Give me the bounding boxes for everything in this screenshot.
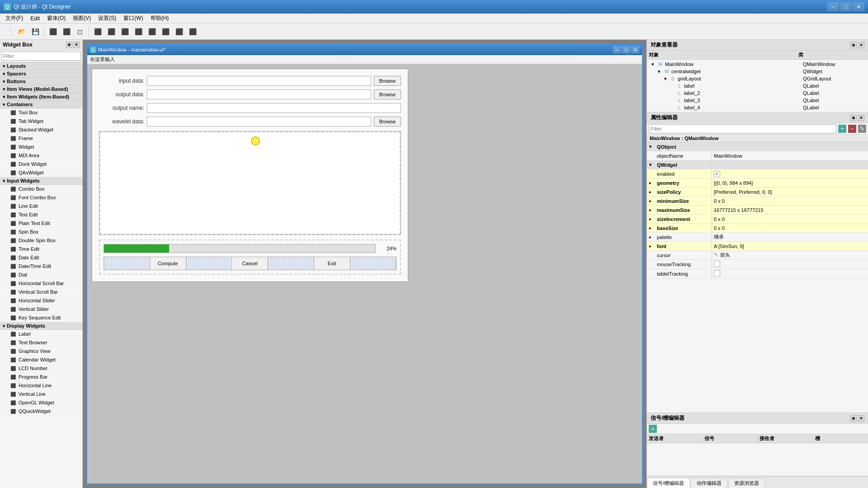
menu-form[interactable]: 窗体(O) xyxy=(43,14,69,23)
signal-editor-pin[interactable]: ⊕ xyxy=(850,415,857,422)
tab-signal-slot[interactable]: 信号/槽编辑器 xyxy=(647,478,690,488)
prop-font[interactable]: ▸ font A [SimSun, 9] xyxy=(647,242,868,251)
menu-edit[interactable]: Edit xyxy=(27,14,43,23)
category-buttons[interactable]: Buttons xyxy=(0,78,82,85)
toolbar-btn7[interactable]: ⬛ xyxy=(91,25,104,38)
widget-item-qaxwidget[interactable]: ⬛ QAxWidget xyxy=(0,169,82,177)
widget-item-datetimeedit[interactable]: ⬛ Date/Time Edit xyxy=(0,262,82,271)
widget-item-mdiarea[interactable]: ⬛ MDI Area xyxy=(0,151,82,160)
toolbar-btn5[interactable]: ⬛ xyxy=(60,25,73,38)
exit-button[interactable]: Exit xyxy=(314,257,350,270)
widget-item-frame[interactable]: ⬛ Frame xyxy=(0,134,82,143)
prop-enabled[interactable]: enabled xyxy=(647,169,868,178)
toolbar-btn14[interactable]: ⬛ xyxy=(186,25,199,38)
menu-settings[interactable]: 设置(S) xyxy=(94,14,120,23)
widget-item-lcdnumber[interactable]: ⬛ LCD Number xyxy=(0,364,82,373)
form-wavelet-data[interactable] xyxy=(147,117,371,127)
widget-item-lineedit[interactable]: ⬛ Line Edit xyxy=(0,202,82,211)
designer-minimize-btn[interactable]: ─ xyxy=(613,46,621,53)
toolbar-btn10[interactable]: ⬛ xyxy=(132,25,145,38)
category-display-widgets[interactable]: Display Widgets xyxy=(0,322,82,330)
tree-label4[interactable]: L label_4 QLabel xyxy=(647,104,868,111)
widget-item-graphicsview[interactable]: ⬛ Graphics View xyxy=(0,347,82,356)
toolbar-btn9[interactable]: ⬛ xyxy=(118,25,131,38)
tab-action-editor[interactable]: 动作编辑器 xyxy=(691,478,727,488)
toolbar-save[interactable]: 💾 xyxy=(29,25,42,38)
toolbar-btn6[interactable]: ◻ xyxy=(74,25,86,38)
toolbar-open[interactable]: 📂 xyxy=(15,25,28,38)
tree-label2[interactable]: L label_2 QLabel xyxy=(647,89,868,97)
widget-item-dial[interactable]: ⬛ Dial xyxy=(0,271,82,279)
enabled-checkbox[interactable] xyxy=(714,171,720,177)
widget-item-dockwidget[interactable]: ⬛ Dock Widget xyxy=(0,160,82,169)
prop-mousetracking[interactable]: mouseTracking xyxy=(647,260,868,269)
prop-cursor[interactable]: cursor ↖ 箭头 xyxy=(647,251,868,260)
widget-item-qquick[interactable]: ⬛ QQuickWidget xyxy=(0,407,82,416)
tablettracking-checkbox[interactable] xyxy=(714,270,720,277)
toolbar-btn11[interactable]: ⬛ xyxy=(146,25,158,38)
form-input-data[interactable] xyxy=(147,76,371,86)
category-input-widgets[interactable]: Input Widgets xyxy=(0,177,82,185)
menu-file[interactable]: 文件(F) xyxy=(2,14,27,23)
widget-item-progressbar[interactable]: ⬛ Progress Bar xyxy=(0,373,82,381)
form-output-name[interactable] xyxy=(147,103,401,113)
signal-editor-close[interactable]: ✕ xyxy=(858,415,864,422)
designer-restore-btn[interactable]: □ xyxy=(622,46,630,53)
tree-label3[interactable]: L label_3 QLabel xyxy=(647,97,868,104)
menu-help[interactable]: 帮助(H) xyxy=(147,14,173,23)
toolbar-btn4[interactable]: ⬛ xyxy=(47,25,59,38)
widget-item-opengl[interactable]: ⬛ OpenGL Widget xyxy=(0,399,82,407)
prop-group-qobject[interactable]: ▾ QObject xyxy=(647,142,868,151)
tree-label[interactable]: L label QLabel xyxy=(647,82,868,89)
form-browse-output[interactable]: Browse xyxy=(374,89,401,99)
category-itemwidgets[interactable]: Item Widgets (Item-Based) xyxy=(0,93,82,101)
category-containers[interactable]: Containers xyxy=(0,101,82,108)
tree-mainwindow[interactable]: ▾ W MainWindow QMainWindow xyxy=(647,61,868,68)
widget-item-textedit[interactable]: ⬛ Text Edit xyxy=(0,211,82,219)
compute-button[interactable]: Compute xyxy=(150,257,186,270)
obj-inspector-close[interactable]: ✕ xyxy=(858,42,864,48)
widget-item-tabwidget[interactable]: ⬛ Tab Widget xyxy=(0,117,82,126)
prop-editor-pin[interactable]: ⊕ xyxy=(850,115,857,121)
widget-item-calendar[interactable]: ⬛ Calendar Widget xyxy=(0,356,82,364)
prop-editor-close[interactable]: ✕ xyxy=(858,115,864,121)
tab-resource-browser[interactable]: 资源浏览器 xyxy=(728,478,765,488)
maximize-button[interactable]: □ xyxy=(840,2,852,11)
prop-filter-input[interactable] xyxy=(649,124,836,133)
widget-item-hscrollbar[interactable]: ⬛ Horizontal Scroll Bar xyxy=(0,279,82,288)
widget-filter-input[interactable] xyxy=(1,52,81,61)
prop-basesize[interactable]: ▸ baseSize 0 x 0 xyxy=(647,224,868,233)
widget-item-spinbox[interactable]: ⬛ Spin Box xyxy=(0,228,82,236)
prop-geometry[interactable]: ▸ geometry [(0, 0), 984 x 894] xyxy=(647,178,868,188)
prop-sizepolicy[interactable]: ▸ sizePolicy [Preferred, Preferred, 0, 0… xyxy=(647,188,868,197)
widget-item-widget[interactable]: ⬛ Widget xyxy=(0,143,82,151)
prop-objectname[interactable]: objectName MainWindow xyxy=(647,151,868,160)
prop-tablettracking[interactable]: tabletTracking xyxy=(647,269,868,279)
category-spacers[interactable]: Spacers xyxy=(0,70,82,78)
category-itemviews[interactable]: Item Views (Model-Based) xyxy=(0,85,82,93)
expand-centralwidget[interactable]: ▾ xyxy=(656,69,662,75)
toolbar-btn12[interactable]: ⬛ xyxy=(159,25,172,38)
category-layouts[interactable]: Layouts xyxy=(0,62,82,70)
form-browse-wavelet[interactable]: Browse xyxy=(374,117,401,127)
close-button[interactable]: ✕ xyxy=(853,2,864,11)
widget-item-toolbox[interactable]: ⬛ Tool Box xyxy=(0,108,82,117)
widget-item-stackedwidget[interactable]: ⬛ Stacked Widget xyxy=(0,126,82,134)
form-browse-input[interactable]: Browse xyxy=(374,76,401,86)
prop-maxsize[interactable]: ▸ maximumSize 16777215 x 16777215 xyxy=(647,206,868,215)
widget-item-dateedit[interactable]: ⬛ Date Edit xyxy=(0,253,82,262)
widget-item-keyseq[interactable]: ⬛ Key Sequence Edit xyxy=(0,314,82,322)
widget-item-hslider[interactable]: ⬛ Horizontal Slider xyxy=(0,296,82,305)
widget-item-label[interactable]: ⬛ Label xyxy=(0,330,82,338)
widget-item-vscrollbar[interactable]: ⬛ Vertical Scroll Bar xyxy=(0,288,82,296)
prop-sizeincrement[interactable]: ▸ sizeIncrement 0 x 0 xyxy=(647,215,868,224)
widget-item-timeedit[interactable]: ⬛ Time Edit xyxy=(0,245,82,253)
widget-box-close[interactable]: ✕ xyxy=(73,42,80,48)
mousetracking-checkbox[interactable] xyxy=(714,261,720,267)
form-output-data[interactable] xyxy=(147,89,371,99)
tree-centralwidget[interactable]: ▾ W centralwidget QWidget xyxy=(647,68,868,75)
menu-window[interactable]: 窗口(W) xyxy=(120,14,146,23)
expand-mainwindow[interactable]: ▾ xyxy=(650,61,656,67)
minimize-button[interactable]: ─ xyxy=(827,2,839,11)
tree-gridlayout[interactable]: ▾ G gridLayout QGridLayout xyxy=(647,75,868,82)
